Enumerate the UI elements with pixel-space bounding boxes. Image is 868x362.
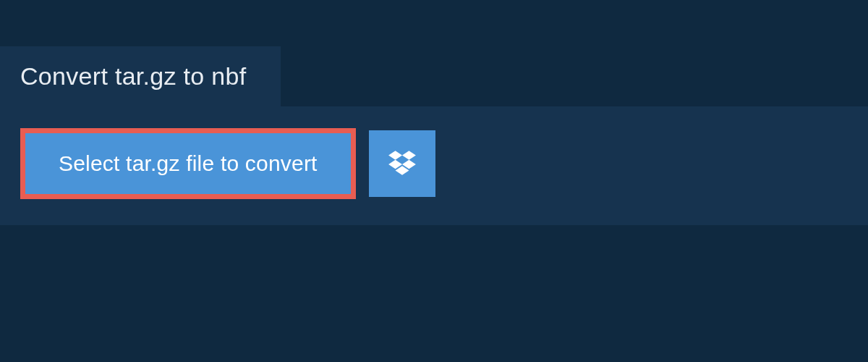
page-title: Convert tar.gz to nbf <box>20 62 246 90</box>
svg-marker-0 <box>388 151 402 160</box>
dropbox-button[interactable] <box>369 130 435 197</box>
header-tab: Convert tar.gz to nbf <box>0 46 281 106</box>
upload-panel: Select tar.gz file to convert <box>0 106 868 225</box>
select-file-button[interactable]: Select tar.gz file to convert <box>20 128 356 199</box>
dropbox-icon <box>387 148 417 179</box>
svg-marker-1 <box>402 151 416 160</box>
